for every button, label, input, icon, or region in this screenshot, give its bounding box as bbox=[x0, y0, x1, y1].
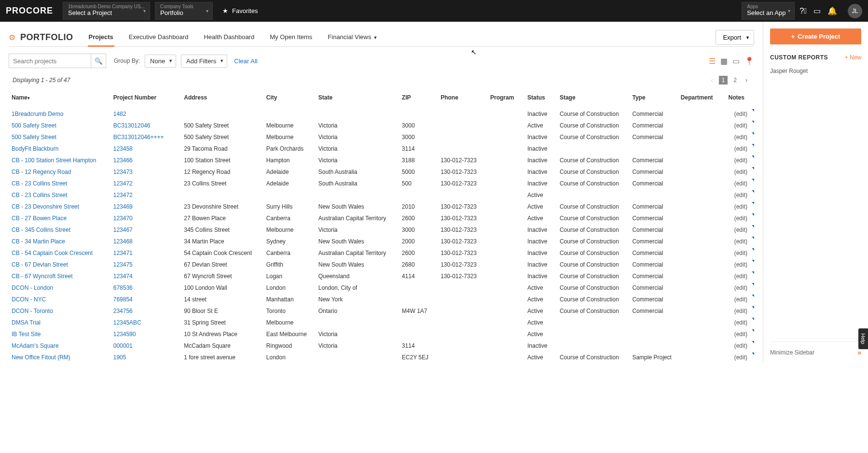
col-program[interactable]: Program bbox=[487, 89, 524, 108]
tab-my-open-items[interactable]: My Open Items bbox=[269, 28, 313, 46]
edit-link[interactable]: (edit) bbox=[726, 236, 755, 247]
edit-link[interactable]: (edit) bbox=[726, 305, 755, 317]
edit-link[interactable]: (edit) bbox=[726, 340, 755, 352]
cell-num[interactable]: 123470 bbox=[110, 212, 181, 224]
tab-executive-dashboard[interactable]: Executive Dashboard bbox=[128, 28, 190, 46]
new-report-link[interactable]: + New bbox=[845, 54, 861, 61]
cell-num[interactable]: 1234590 bbox=[110, 328, 181, 340]
col-project-number[interactable]: Project Number bbox=[110, 89, 181, 108]
col-department[interactable]: Department bbox=[678, 89, 726, 108]
pager-page-2[interactable]: 2 bbox=[730, 76, 740, 85]
edit-link[interactable]: (edit) bbox=[726, 259, 755, 270]
cell-num[interactable]: 1482 bbox=[110, 108, 181, 120]
edit-link[interactable]: (edit) bbox=[726, 224, 755, 236]
card-view-icon[interactable]: ▭ bbox=[732, 57, 740, 66]
edit-link[interactable]: (edit) bbox=[726, 212, 755, 224]
user-avatar[interactable]: JL bbox=[848, 4, 862, 18]
cell-name[interactable]: New Office Fitout (RM) bbox=[9, 352, 110, 363]
col-notes[interactable]: Notes bbox=[726, 89, 755, 108]
edit-link[interactable]: (edit) bbox=[726, 294, 755, 305]
cell-num[interactable]: 123467 bbox=[110, 224, 181, 236]
col-address[interactable]: Address bbox=[181, 89, 263, 108]
favorites-link[interactable]: ★ Favorites bbox=[222, 7, 258, 14]
cell-num[interactable]: BC313012046++++ bbox=[110, 131, 181, 143]
list-view-icon[interactable]: ☰ bbox=[709, 57, 716, 66]
cell-num[interactable]: BC313012046 bbox=[110, 120, 181, 131]
col-type[interactable]: Type bbox=[629, 89, 677, 108]
cell-name[interactable]: 1Breadcrumb Demo bbox=[9, 108, 110, 120]
export-button[interactable]: Export▼ bbox=[716, 30, 754, 45]
edit-link[interactable]: (edit) bbox=[726, 143, 755, 155]
cell-name[interactable]: 500 Safety Street bbox=[9, 120, 110, 131]
add-filters-dropdown[interactable]: Add Filters▼ bbox=[181, 55, 227, 68]
cell-num[interactable]: 678536 bbox=[110, 282, 181, 294]
edit-link[interactable]: (edit) bbox=[726, 352, 755, 363]
cell-num[interactable]: 123458 bbox=[110, 143, 181, 155]
cell-name[interactable]: CB - 23 Collins Street bbox=[9, 178, 110, 189]
search-button[interactable]: 🔍 bbox=[91, 54, 106, 68]
cell-name[interactable]: DCON - Toronto bbox=[9, 305, 110, 317]
cell-num[interactable]: 000001 bbox=[110, 340, 181, 352]
cell-num[interactable]: 123474 bbox=[110, 270, 181, 282]
edit-link[interactable]: (edit) bbox=[726, 317, 755, 328]
col-state[interactable]: State bbox=[316, 89, 399, 108]
company-tools-dropdown[interactable]: Company Tools Portfolio ▾ bbox=[155, 2, 213, 20]
cell-name[interactable]: CB - 67 Devlan Street bbox=[9, 259, 110, 270]
minimize-sidebar[interactable]: Minimize Sidebar » bbox=[770, 341, 861, 363]
pager-page-1[interactable]: 1 bbox=[719, 76, 728, 85]
pager-prev[interactable]: ‹ bbox=[708, 76, 716, 85]
cell-num[interactable]: 123475 bbox=[110, 259, 181, 270]
help-icon[interactable]: ?⃝ bbox=[799, 7, 807, 15]
group-by-dropdown[interactable]: None▼ bbox=[145, 55, 176, 68]
edit-link[interactable]: (edit) bbox=[726, 328, 755, 340]
col-stage[interactable]: Stage bbox=[557, 89, 630, 108]
col-zip[interactable]: ZIP bbox=[399, 89, 438, 108]
create-project-button[interactable]: +Create Project bbox=[770, 28, 861, 44]
chat-icon[interactable]: ▭ bbox=[813, 6, 821, 15]
pager-next[interactable]: › bbox=[743, 76, 750, 85]
cell-name[interactable]: CB - 67 Wyncroft Street bbox=[9, 270, 110, 282]
cell-name[interactable]: CB - 34 Martin Place bbox=[9, 236, 110, 247]
edit-link[interactable]: (edit) bbox=[726, 166, 755, 178]
company-project-dropdown[interactable]: 1breadcrumb Demo Company US... Select a … bbox=[63, 2, 150, 20]
cell-num[interactable]: 123472 bbox=[110, 178, 181, 189]
cell-name[interactable]: DCON - London bbox=[9, 282, 110, 294]
col-city[interactable]: City bbox=[263, 89, 316, 108]
cell-name[interactable]: DCON - NYC bbox=[9, 294, 110, 305]
edit-link[interactable]: (edit) bbox=[726, 178, 755, 189]
tab-health-dashboard[interactable]: Health Dashboard bbox=[203, 28, 255, 46]
col-phone[interactable]: Phone bbox=[438, 89, 487, 108]
cell-num[interactable]: 123472 bbox=[110, 189, 181, 201]
search-input[interactable] bbox=[9, 54, 91, 68]
col-status[interactable]: Status bbox=[524, 89, 557, 108]
edit-link[interactable]: (edit) bbox=[726, 108, 755, 120]
apps-dropdown[interactable]: Apps Select an App ▾ bbox=[742, 2, 795, 20]
edit-link[interactable]: (edit) bbox=[726, 120, 755, 131]
cell-name[interactable]: CB - 23 Collins Street bbox=[9, 189, 110, 201]
cell-name[interactable]: CB - 100 Station Street Hampton bbox=[9, 155, 110, 166]
col-name[interactable]: Name▾ bbox=[9, 89, 110, 108]
cell-num[interactable]: 234756 bbox=[110, 305, 181, 317]
cell-name[interactable]: CB - 54 Captain Cook Crescent bbox=[9, 247, 110, 259]
cell-num[interactable]: 123469 bbox=[110, 201, 181, 212]
gear-icon[interactable]: ⚙ bbox=[9, 33, 15, 42]
cell-num[interactable]: 123468 bbox=[110, 236, 181, 247]
edit-link[interactable]: (edit) bbox=[726, 247, 755, 259]
cell-num[interactable]: 123471 bbox=[110, 247, 181, 259]
cell-num[interactable]: 12345ABC bbox=[110, 317, 181, 328]
cell-name[interactable]: DMSA Trial bbox=[9, 317, 110, 328]
tab-projects[interactable]: Projects bbox=[88, 28, 114, 46]
cell-num[interactable]: 123466 bbox=[110, 155, 181, 166]
grid-view-icon[interactable]: ▦ bbox=[720, 57, 728, 66]
cell-name[interactable]: BodyFit Blackburn bbox=[9, 143, 110, 155]
clear-all-link[interactable]: Clear All bbox=[234, 57, 257, 65]
bell-icon[interactable]: 🔔 bbox=[827, 6, 837, 15]
cell-name[interactable]: IB Test Site bbox=[9, 328, 110, 340]
map-view-icon[interactable]: 📍 bbox=[744, 57, 754, 66]
custom-report-item[interactable]: Jasper Rouget bbox=[770, 66, 861, 76]
cell-name[interactable]: CB - 345 Collins Street bbox=[9, 224, 110, 236]
edit-link[interactable]: (edit) bbox=[726, 131, 755, 143]
cell-num[interactable]: 769854 bbox=[110, 294, 181, 305]
cell-name[interactable]: CB - 23 Devonshire Street bbox=[9, 201, 110, 212]
edit-link[interactable]: (edit) bbox=[726, 282, 755, 294]
